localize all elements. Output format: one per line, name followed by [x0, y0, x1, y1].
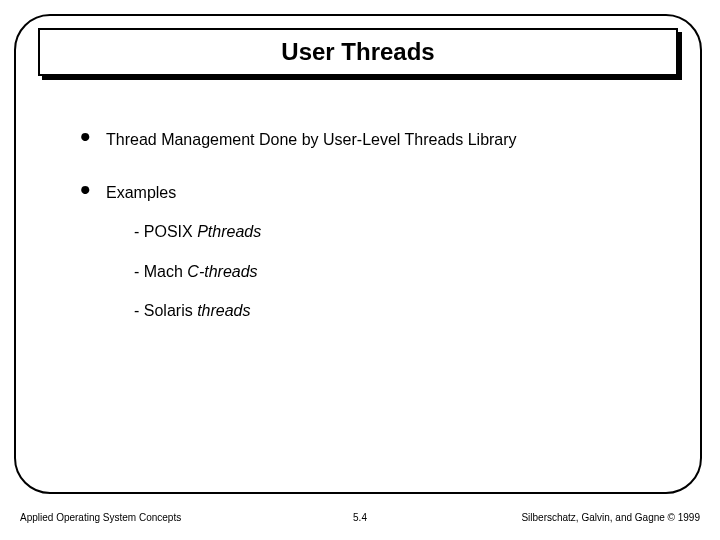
slide-content: Thread Management Done by User-Level Thr…	[78, 130, 658, 354]
footer-copyright: Silberschatz, Galvin, and Gagne © 1999	[521, 512, 700, 523]
example-prefix: POSIX	[144, 223, 197, 240]
bullet-item: Thread Management Done by User-Level Thr…	[78, 130, 658, 149]
example-item: - Solaris threads	[106, 301, 658, 320]
example-dash: -	[134, 302, 144, 319]
bullet-text: Thread Management Done by User-Level Thr…	[106, 131, 517, 148]
bullet-text: Examples	[106, 184, 176, 201]
example-item: - POSIX Pthreads	[106, 222, 658, 241]
example-prefix: Solaris	[144, 302, 197, 319]
title-box: User Threads	[38, 28, 678, 76]
example-prefix: Mach	[144, 263, 188, 280]
example-item: - Mach C-threads	[106, 262, 658, 281]
example-emph: threads	[197, 302, 250, 319]
example-emph: C-threads	[187, 263, 257, 280]
example-dash: -	[134, 263, 144, 280]
example-dash: -	[134, 223, 144, 240]
example-emph: Pthreads	[197, 223, 261, 240]
examples-list: - POSIX Pthreads - Mach C-threads - Sola…	[106, 222, 658, 320]
slide-title: User Threads	[281, 38, 434, 66]
bullet-item: Examples - POSIX Pthreads - Mach C-threa…	[78, 183, 658, 320]
